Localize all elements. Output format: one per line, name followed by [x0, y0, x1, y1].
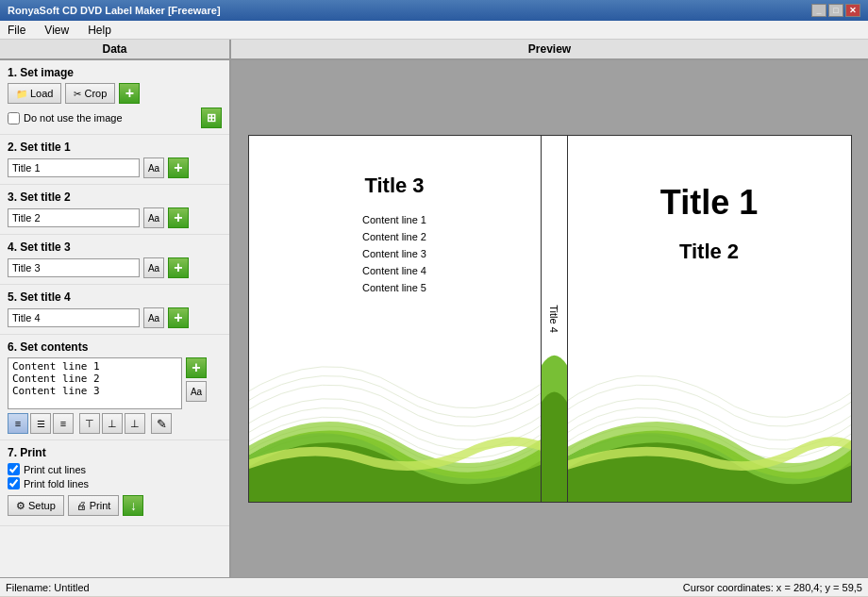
- wave-svg-left: [249, 319, 541, 502]
- title2-input[interactable]: [8, 208, 140, 227]
- print-extra-button[interactable]: ↓: [123, 495, 143, 516]
- section-set-contents: 6. Set contents Content line 1 Content l…: [0, 335, 229, 440]
- preview-title3: Title 3: [364, 174, 424, 198]
- status-bar: Filename: Untitled Cursor coordinates: x…: [0, 577, 868, 596]
- title1-add-button[interactable]: +: [168, 158, 189, 178]
- edit-contents-button[interactable]: ✎: [151, 413, 172, 434]
- menu-help[interactable]: Help: [84, 23, 115, 38]
- align-center-button[interactable]: ☰: [30, 413, 51, 434]
- load-button[interactable]: 📁 Load: [8, 83, 61, 104]
- right-panel: Title 3 Content line 1 Content line 2 Co…: [231, 60, 868, 577]
- align-buttons-row: ≡ ☰ ≡ ⊤ ⊥ ⊥ ✎: [8, 413, 222, 434]
- print-icon: 🖨: [76, 500, 87, 511]
- print-button[interactable]: 🖨 Print: [68, 495, 120, 516]
- left-panel: 1. Set image 📁 Load ✂ Crop + Do not use …: [0, 60, 231, 577]
- section-set-image: 1. Set image 📁 Load ✂ Crop + Do not use …: [0, 60, 229, 135]
- add-image-button[interactable]: +: [119, 83, 140, 104]
- preview-content-lines: Content line 1 Content line 2 Content li…: [362, 211, 426, 296]
- menu-bar: File View Help: [0, 21, 868, 40]
- section-title3-title: 4. Set title 3: [8, 240, 222, 254]
- menu-view[interactable]: View: [41, 23, 73, 38]
- fold-lines-row: Print fold lines: [8, 477, 222, 489]
- print-buttons-row: ⚙ Setup 🖨 Print ↓: [8, 495, 222, 516]
- cut-lines-checkbox[interactable]: [8, 463, 20, 475]
- title2-font-button[interactable]: Aa: [143, 207, 164, 228]
- section-print-title: 7. Print: [8, 446, 222, 459]
- title1-input-row: Aa +: [8, 158, 222, 178]
- column-headers: Data Preview: [0, 40, 868, 59]
- setup-icon: ⚙: [16, 500, 25, 512]
- valign-top-button[interactable]: ⊤: [79, 413, 100, 434]
- content-line-1: Content line 1: [362, 211, 426, 228]
- section-set-title2: 3. Set title 2 Aa +: [0, 185, 229, 235]
- contents-textarea[interactable]: Content line 1 Content line 2 Content li…: [8, 357, 182, 409]
- no-image-label: Do not use the image: [24, 112, 123, 124]
- setup-button[interactable]: ⚙ Setup: [8, 495, 64, 516]
- section-title4-title: 5. Set title 4: [8, 290, 222, 304]
- label-right-section: Title 1 Title 2: [568, 136, 851, 502]
- title1-font-button[interactable]: Aa: [143, 158, 164, 178]
- wave-svg-spine: [542, 319, 567, 502]
- section-set-title3: 4. Set title 3 Aa +: [0, 235, 229, 285]
- crop-label: Crop: [84, 88, 107, 99]
- data-column-header: Data: [0, 40, 231, 58]
- content-line-2: Content line 2: [362, 228, 426, 245]
- window-title: RonyaSoft CD DVD Label Maker [Freeware]: [8, 5, 221, 16]
- valign-middle-button[interactable]: ⊥: [102, 413, 123, 434]
- section-print: 7. Print Print cut lines Print fold line…: [0, 440, 229, 526]
- title2-input-row: Aa +: [8, 207, 222, 228]
- menu-file[interactable]: File: [4, 23, 29, 38]
- load-icon: 📁: [16, 89, 27, 99]
- image-fit-button[interactable]: ⊞: [201, 108, 222, 128]
- title4-font-button[interactable]: Aa: [143, 307, 164, 328]
- valign-bottom-button[interactable]: ⊥: [125, 413, 145, 434]
- no-image-row: Do not use the image ⊞: [8, 108, 222, 128]
- close-button[interactable]: ✕: [845, 4, 860, 17]
- load-label: Load: [30, 88, 53, 99]
- no-image-checkbox[interactable]: [8, 112, 20, 124]
- title3-input[interactable]: [8, 258, 140, 277]
- fold-lines-checkbox[interactable]: [8, 477, 20, 489]
- cut-lines-label: Print cut lines: [24, 464, 86, 475]
- title3-font-button[interactable]: Aa: [143, 257, 164, 278]
- label-preview: Title 3 Content line 1 Content line 2 Co…: [248, 135, 852, 503]
- title4-add-button[interactable]: +: [168, 307, 189, 328]
- cursor-coordinates: Cursor coordinates: x = 280,4; y = 59,5: [683, 582, 862, 593]
- title1-input[interactable]: [8, 158, 140, 177]
- preview-title2: Title 2: [679, 240, 739, 264]
- main-container: 1. Set image 📁 Load ✂ Crop + Do not use …: [0, 59, 868, 577]
- section-set-title4: 5. Set title 4 Aa +: [0, 285, 229, 335]
- section-title1-title: 2. Set title 1: [8, 141, 222, 154]
- crop-button[interactable]: ✂ Crop: [65, 83, 115, 104]
- wave-svg-right: [568, 319, 851, 502]
- title2-add-button[interactable]: +: [168, 207, 189, 228]
- preview-column-header: Preview: [231, 40, 868, 58]
- preview-area: Title 3 Content line 1 Content line 2 Co…: [231, 60, 868, 577]
- print-label: Print: [90, 500, 111, 511]
- section-set-title1: 2. Set title 1 Aa +: [0, 135, 229, 185]
- content-line-3: Content line 3: [362, 245, 426, 262]
- title4-input-row: Aa +: [8, 307, 222, 328]
- image-buttons-row: 📁 Load ✂ Crop +: [8, 83, 222, 104]
- align-right-button[interactable]: ≡: [53, 413, 74, 434]
- contents-add-button[interactable]: +: [186, 357, 207, 378]
- content-line-5: Content line 5: [362, 279, 426, 296]
- title3-input-row: Aa +: [8, 257, 222, 278]
- content-line-4: Content line 4: [362, 262, 426, 279]
- title3-add-button[interactable]: +: [168, 257, 189, 278]
- section-contents-title: 6. Set contents: [8, 340, 222, 354]
- preview-title4: Title 4: [548, 305, 559, 333]
- cut-lines-row: Print cut lines: [8, 463, 222, 475]
- title4-input[interactable]: [8, 308, 140, 327]
- contents-font-button[interactable]: Aa: [186, 381, 207, 402]
- filename-label: Filename: Untitled: [6, 582, 683, 593]
- maximize-button[interactable]: □: [828, 4, 843, 17]
- label-left-section: Title 3 Content line 1 Content line 2 Co…: [249, 136, 542, 502]
- section-title2-title: 3. Set title 2: [8, 191, 222, 204]
- minimize-button[interactable]: _: [811, 4, 826, 17]
- align-left-button[interactable]: ≡: [8, 413, 28, 434]
- preview-title1: Title 1: [660, 183, 758, 223]
- title-bar: RonyaSoft CD DVD Label Maker [Freeware] …: [0, 0, 868, 21]
- setup-label: Setup: [28, 500, 56, 511]
- label-spine-section: Title 4: [542, 136, 568, 502]
